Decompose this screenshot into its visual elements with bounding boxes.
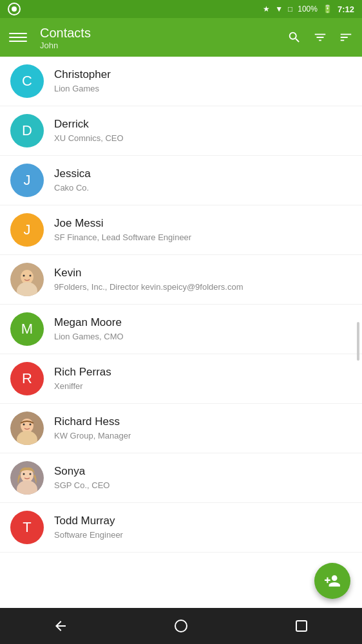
svg-point-4 (30, 275, 32, 277)
filter-button[interactable] (313, 30, 327, 44)
contact-name: Jessica (54, 167, 352, 181)
contact-item[interactable]: D Derrick XU Comnics, CEO (0, 106, 362, 156)
avatar: R (10, 362, 44, 395)
back-button[interactable] (43, 608, 79, 644)
contact-detail: SGP Co., CEO (54, 480, 352, 491)
sort-button[interactable] (339, 30, 353, 44)
contact-item[interactable]: M Megan Moore Lion Games, CMO (0, 305, 362, 354)
contact-detail: KW Group, Manager (54, 430, 352, 442)
contact-name: Sonya (54, 464, 352, 478)
bluetooth-icon: ★ (263, 5, 270, 14)
bottom-navigation (0, 608, 362, 644)
avatar: J (10, 213, 44, 247)
svg-point-8 (23, 424, 25, 426)
contact-name: Todd Murray (54, 514, 352, 528)
svg-point-14 (30, 473, 32, 475)
contact-item[interactable]: J Jessica Cako Co. (0, 156, 362, 205)
contact-detail: 9Folders, Inc., Director kevin.speicy@9f… (54, 281, 352, 293)
avatar (10, 461, 44, 495)
contact-item[interactable]: T Todd Murray Software Engineer (0, 503, 362, 553)
toolbar-title-block: Contacts John (40, 25, 277, 50)
svg-point-15 (175, 620, 187, 632)
toolbar: Contacts John (0, 18, 362, 57)
contact-item[interactable]: C Christopher Lion Games (0, 57, 362, 106)
contact-detail: Lion Games (54, 83, 352, 95)
home-button[interactable] (163, 608, 199, 644)
contact-detail: XU Comnics, CEO (54, 133, 352, 144)
battery-icon: 🔋 (323, 5, 332, 14)
contact-info: Kevin 9Folders, Inc., Director kevin.spe… (54, 266, 352, 293)
add-person-icon (324, 573, 341, 589)
svg-point-3 (23, 275, 25, 277)
contact-detail: Software Engineer (54, 529, 352, 541)
contact-info: Richard Hess KW Group, Manager (54, 415, 352, 442)
avatar: T (10, 511, 44, 544)
battery-percent: 100% (298, 5, 318, 14)
add-contact-fab[interactable] (314, 563, 350, 599)
toolbar-actions (287, 30, 353, 44)
contact-info: Megan Moore Lion Games, CMO (54, 316, 352, 343)
contact-info: Derrick XU Comnics, CEO (54, 117, 352, 144)
contact-name: Christopher (54, 68, 352, 82)
contact-info: Jessica Cako Co. (54, 167, 352, 194)
wifi-icon: ▼ (275, 5, 283, 14)
status-indicator (8, 3, 21, 15)
scrollbar[interactable] (357, 322, 359, 361)
svg-rect-16 (296, 621, 307, 631)
svg-point-1 (21, 270, 33, 284)
status-bar: ★ ▼ □ 100% 🔋 7:12 (0, 0, 362, 18)
avatar: M (10, 312, 44, 346)
contact-item[interactable]: R Rich Perras Xeniffer (0, 354, 362, 404)
svg-point-13 (23, 473, 25, 475)
avatar: D (10, 114, 44, 147)
contact-name: Derrick (54, 117, 352, 131)
contact-name: Kevin (54, 266, 352, 280)
contact-detail: Lion Games, CMO (54, 331, 352, 343)
contact-info: Rich Perras Xeniffer (54, 365, 352, 392)
contact-list: C Christopher Lion Games D Derrick XU Co… (0, 57, 362, 608)
contact-name: Rich Perras (54, 365, 352, 379)
signal-icon: □ (288, 5, 292, 14)
status-time: 7:12 (338, 5, 354, 14)
avatar: C (10, 64, 44, 98)
toolbar-subtitle: John (40, 41, 277, 50)
contact-info: Joe Messi SF Finance, Lead Software Engi… (54, 216, 352, 243)
menu-button[interactable] (9, 33, 27, 42)
contact-item[interactable]: Sonya SGP Co., CEO (0, 453, 362, 503)
contact-detail: Xeniffer (54, 381, 352, 392)
contact-item[interactable]: Kevin 9Folders, Inc., Director kevin.spe… (0, 255, 362, 305)
svg-point-9 (30, 424, 32, 426)
contact-name: Joe Messi (54, 216, 352, 231)
contact-info: Todd Murray Software Engineer (54, 514, 352, 541)
avatar (10, 412, 44, 445)
contact-info: Sonya SGP Co., CEO (54, 464, 352, 491)
search-button[interactable] (287, 30, 301, 44)
contact-name: Megan Moore (54, 316, 352, 330)
contact-info: Christopher Lion Games (54, 68, 352, 95)
avatar: J (10, 164, 44, 197)
contact-detail: Cako Co. (54, 182, 352, 194)
recents-button[interactable] (283, 608, 319, 644)
contact-detail: SF Finance, Lead Software Engineer (54, 232, 352, 243)
contact-item[interactable]: Richard Hess KW Group, Manager (0, 404, 362, 453)
contact-item[interactable]: J Joe Messi SF Finance, Lead Software En… (0, 205, 362, 255)
contact-name: Richard Hess (54, 415, 352, 429)
toolbar-title: Contacts (40, 25, 277, 41)
avatar (10, 263, 44, 296)
